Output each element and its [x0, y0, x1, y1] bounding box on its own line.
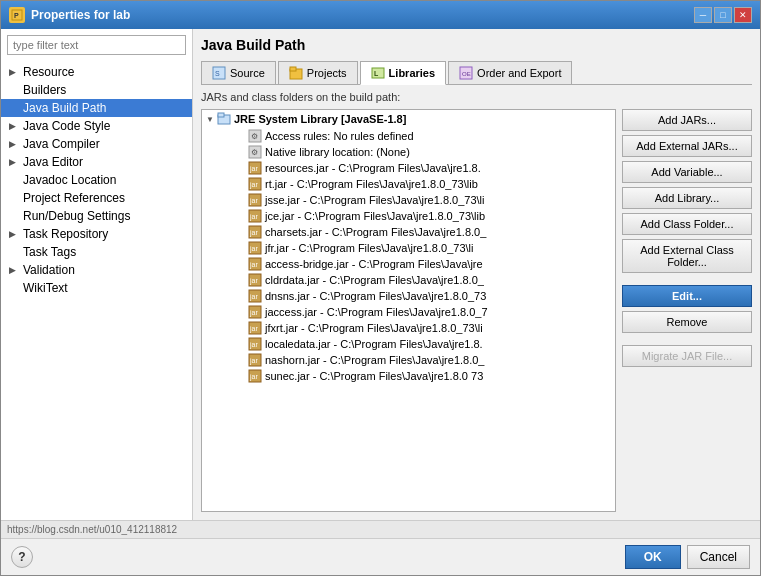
svg-rect-11: [218, 113, 224, 117]
tabs-bar: S Source Projects L Libraries: [201, 61, 752, 85]
native-library-item[interactable]: ⚙ Native library location: (None): [202, 144, 615, 160]
jre-root-item[interactable]: ▼ JRE System Library [JavaSE-1.8]: [202, 110, 615, 128]
sidebar-tree: ▶ Resource Builders Java Build Path ▶ Ja…: [1, 61, 192, 520]
buttons-panel: Add JARs... Add External JARs... Add Var…: [622, 109, 752, 512]
cancel-button[interactable]: Cancel: [687, 545, 750, 569]
jce-jar-label: jce.jar - C:\Program Files\Java\jre1.8.0…: [265, 210, 485, 222]
sidebar-item-validation[interactable]: ▶ Validation: [1, 261, 192, 279]
sidebar-item-task-repository[interactable]: ▶ Task Repository: [1, 225, 192, 243]
expand-arrow: ▶: [9, 229, 19, 239]
main-panel: Java Build Path S Source Projects: [193, 29, 760, 520]
localedata-jar-item[interactable]: jar localedata.jar - C:\Program Files\Ja…: [202, 336, 615, 352]
dnsns-jar-label: dnsns.jar - C:\Program Files\Java\jre1.8…: [265, 290, 486, 302]
svg-text:P: P: [14, 12, 19, 19]
native-library-icon: ⚙: [248, 145, 262, 159]
jfxrt-jar-item[interactable]: jar jfxrt.jar - C:\Program Files\Java\jr…: [202, 320, 615, 336]
ok-button[interactable]: OK: [625, 545, 681, 569]
close-button[interactable]: ✕: [734, 7, 752, 23]
sidebar-item-run-debug-settings[interactable]: Run/Debug Settings: [1, 207, 192, 225]
main-window: P Properties for lab ─ □ ✕ ▶ Resource Bu…: [0, 0, 761, 576]
jsse-jar-label: jsse.jar - C:\Program Files\Java\jre1.8.…: [265, 194, 484, 206]
sidebar-item-java-code-style[interactable]: ▶ Java Code Style: [1, 117, 192, 135]
expand-arrow: ▶: [9, 121, 19, 131]
jar-icon: jar: [248, 289, 262, 303]
access-rules-label: Access rules: No rules defined: [265, 130, 414, 142]
sidebar-item-javadoc-location[interactable]: Javadoc Location: [1, 171, 192, 189]
svg-text:jar: jar: [249, 341, 258, 349]
content-area: ▶ Resource Builders Java Build Path ▶ Ja…: [1, 29, 760, 520]
access-bridge-jar-item[interactable]: jar access-bridge.jar - C:\Program Files…: [202, 256, 615, 272]
window-icon: P: [9, 7, 25, 23]
dnsns-jar-item[interactable]: jar dnsns.jar - C:\Program Files\Java\jr…: [202, 288, 615, 304]
sidebar-item-project-references[interactable]: Project References: [1, 189, 192, 207]
add-external-class-folder-button[interactable]: Add External Class Folder...: [622, 239, 752, 273]
build-path-tree[interactable]: ▼ JRE System Library [JavaSE-1.8] ⚙ Acce…: [201, 109, 616, 512]
sidebar-item-wikitext[interactable]: WikiText: [1, 279, 192, 297]
add-library-button[interactable]: Add Library...: [622, 187, 752, 209]
rt-jar-item[interactable]: jar rt.jar - C:\Program Files\Java\jre1.…: [202, 176, 615, 192]
sidebar-item-java-build-path[interactable]: Java Build Path: [1, 99, 192, 117]
rt-jar-label: rt.jar - C:\Program Files\Java\jre1.8.0_…: [265, 178, 478, 190]
add-jars-button[interactable]: Add JARs...: [622, 109, 752, 131]
sunec-jar-label: sunec.jar - C:\Program Files\Java\jre1.8…: [265, 370, 483, 382]
sidebar-item-builders[interactable]: Builders: [1, 81, 192, 99]
add-external-jars-button[interactable]: Add External JARs...: [622, 135, 752, 157]
sidebar-item-java-compiler[interactable]: ▶ Java Compiler: [1, 135, 192, 153]
add-class-folder-button[interactable]: Add Class Folder...: [622, 213, 752, 235]
svg-text:jar: jar: [249, 245, 258, 253]
jar-icon: jar: [248, 193, 262, 207]
jar-icon: jar: [248, 337, 262, 351]
status-text: https://blog.csdn.net/u010_412118812: [7, 524, 177, 535]
cldrdata-jar-item[interactable]: jar cldrdata.jar - C:\Program Files\Java…: [202, 272, 615, 288]
sunec-jar-item[interactable]: jar sunec.jar - C:\Program Files\Java\jr…: [202, 368, 615, 384]
access-rules-item[interactable]: ⚙ Access rules: No rules defined: [202, 128, 615, 144]
title-controls: ─ □ ✕: [694, 7, 752, 23]
svg-text:jar: jar: [249, 213, 258, 221]
jaccess-jar-label: jaccess.jar - C:\Program Files\Java\jre1…: [265, 306, 488, 318]
jar-icon: jar: [248, 161, 262, 175]
svg-text:L: L: [374, 70, 379, 77]
nashorn-jar-label: nashorn.jar - C:\Program Files\Java\jre1…: [265, 354, 484, 366]
charsets-jar-item[interactable]: jar charsets.jar - C:\Program Files\Java…: [202, 224, 615, 240]
filter-input[interactable]: [7, 35, 186, 55]
help-button[interactable]: ?: [11, 546, 33, 568]
native-library-label: Native library location: (None): [265, 146, 410, 158]
cldrdata-jar-label: cldrdata.jar - C:\Program Files\Java\jre…: [265, 274, 484, 286]
maximize-button[interactable]: □: [714, 7, 732, 23]
access-bridge-jar-label: access-bridge.jar - C:\Program Files\Jav…: [265, 258, 483, 270]
sidebar-item-task-tags[interactable]: Task Tags: [1, 243, 192, 261]
resources-jar-item[interactable]: jar resources.jar - C:\Program Files\Jav…: [202, 160, 615, 176]
sidebar-item-java-editor[interactable]: ▶ Java Editor: [1, 153, 192, 171]
bottom-right-buttons: OK Cancel: [625, 545, 750, 569]
remove-button[interactable]: Remove: [622, 311, 752, 333]
expand-arrow: ▶: [9, 139, 19, 149]
edit-button[interactable]: Edit...: [622, 285, 752, 307]
add-variable-button[interactable]: Add Variable...: [622, 161, 752, 183]
svg-text:S: S: [215, 70, 220, 77]
jfr-jar-label: jfr.jar - C:\Program Files\Java\jre1.8.0…: [265, 242, 473, 254]
jfr-jar-item[interactable]: jar jfr.jar - C:\Program Files\Java\jre1…: [202, 240, 615, 256]
svg-text:jar: jar: [249, 309, 258, 317]
jar-icon: jar: [248, 177, 262, 191]
access-rules-icon: ⚙: [248, 129, 262, 143]
tab-projects[interactable]: Projects: [278, 61, 358, 84]
jce-jar-item[interactable]: jar jce.jar - C:\Program Files\Java\jre1…: [202, 208, 615, 224]
tab-source[interactable]: S Source: [201, 61, 276, 84]
minimize-button[interactable]: ─: [694, 7, 712, 23]
order-export-tab-icon: OE: [459, 66, 473, 80]
svg-text:⚙: ⚙: [251, 148, 258, 157]
migrate-jar-button[interactable]: Migrate JAR File...: [622, 345, 752, 367]
jsse-jar-item[interactable]: jar jsse.jar - C:\Program Files\Java\jre…: [202, 192, 615, 208]
jar-icon: jar: [248, 353, 262, 367]
tab-libraries[interactable]: L Libraries: [360, 61, 446, 85]
sidebar-item-resource[interactable]: ▶ Resource: [1, 63, 192, 81]
svg-text:jar: jar: [249, 277, 258, 285]
jaccess-jar-item[interactable]: jar jaccess.jar - C:\Program Files\Java\…: [202, 304, 615, 320]
jfxrt-jar-label: jfxrt.jar - C:\Program Files\Java\jre1.8…: [265, 322, 483, 334]
svg-text:jar: jar: [249, 293, 258, 301]
tab-order-export[interactable]: OE Order and Export: [448, 61, 572, 84]
expand-arrow: ▶: [9, 265, 19, 275]
jar-icon: jar: [248, 305, 262, 319]
svg-text:jar: jar: [249, 197, 258, 205]
nashorn-jar-item[interactable]: jar nashorn.jar - C:\Program Files\Java\…: [202, 352, 615, 368]
